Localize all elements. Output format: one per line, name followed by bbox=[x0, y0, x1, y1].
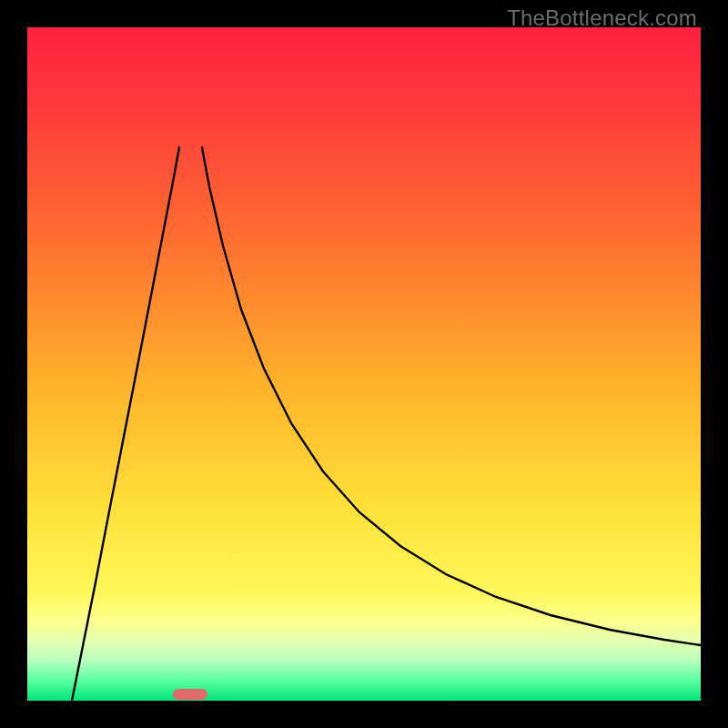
optimum-marker bbox=[173, 689, 207, 700]
chart-frame: TheBottleneck.com bbox=[0, 0, 728, 728]
curve-right-branch bbox=[202, 147, 701, 645]
bottleneck-curve bbox=[27, 27, 701, 701]
plot-area bbox=[27, 27, 701, 701]
curve-left-branch bbox=[72, 147, 179, 701]
watermark-text: TheBottleneck.com bbox=[507, 5, 697, 31]
